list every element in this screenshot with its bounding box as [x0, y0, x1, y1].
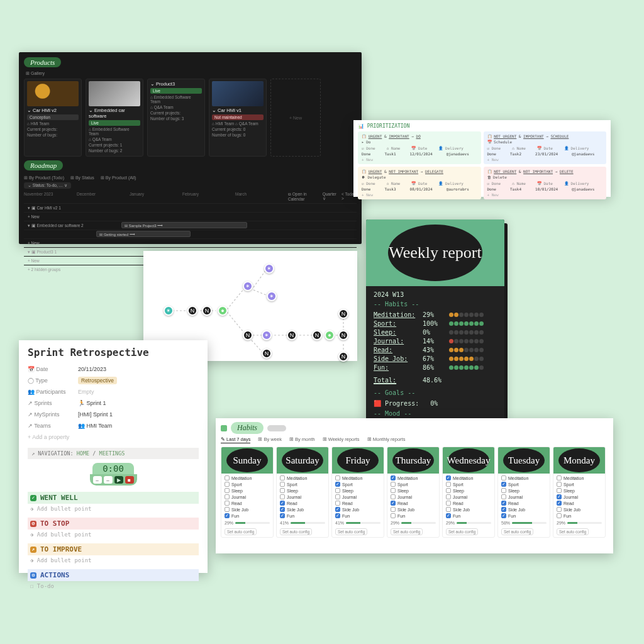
habit-checkbox-row[interactable]: ✓Read: [501, 501, 547, 506]
checkbox-icon[interactable]: [335, 488, 340, 493]
prop-participants-value[interactable]: Empty: [78, 389, 94, 395]
checkbox-icon[interactable]: [225, 507, 230, 512]
diagram-node[interactable]: N: [262, 348, 272, 358]
timeline-group[interactable]: ▾ ▣ Embedded car software 2: [24, 223, 93, 228]
checkbox-icon[interactable]: [557, 475, 562, 480]
checkbox-icon[interactable]: [280, 475, 285, 480]
set-auto-config-button[interactable]: Set auto config: [391, 528, 423, 535]
habit-checkbox-row[interactable]: Journal: [501, 494, 547, 499]
diagram-node[interactable]: N: [312, 330, 322, 340]
habit-checkbox-row[interactable]: Side Job: [225, 507, 270, 512]
product-card[interactable]: ⌄ Embedded car software Live ⌂ Embedded …: [86, 79, 143, 157]
habit-checkbox-row[interactable]: Journal: [391, 494, 436, 499]
set-auto-config-button[interactable]: Set auto config: [557, 528, 589, 535]
habit-checkbox-row[interactable]: Journal: [280, 494, 325, 499]
add-bullet[interactable]: ⬗ Add bullet point: [28, 530, 199, 540]
habit-checkbox-row[interactable]: Meditation: [501, 475, 547, 480]
habit-checkbox-row[interactable]: Side Job: [557, 507, 602, 512]
product-card[interactable]: ⌄ Product3 Live ⌂ Embedded Software Team…: [147, 79, 205, 157]
checkbox-icon[interactable]: [501, 488, 506, 493]
timer-stop-button[interactable]: ■: [125, 476, 134, 484]
checkbox-icon[interactable]: ✓: [335, 507, 340, 512]
checkbox-icon[interactable]: [501, 494, 506, 499]
diagram-node[interactable]: N: [243, 330, 253, 340]
habit-checkbox-row[interactable]: Side Job: [446, 507, 491, 512]
roadmap-tab[interactable]: ⊞ By Product (Todo): [24, 175, 64, 180]
diagram-node[interactable]: N: [338, 330, 348, 340]
checkbox-icon[interactable]: [225, 494, 230, 499]
prio-new[interactable]: + New: [487, 157, 603, 162]
checkbox-icon[interactable]: [280, 488, 285, 493]
checkbox-icon[interactable]: ✓: [280, 513, 285, 518]
diagram-node[interactable]: N: [338, 309, 348, 319]
checkbox-icon[interactable]: ✓: [557, 494, 562, 499]
prop-mysprints-value[interactable]: [HMI] Sprint 1: [78, 411, 113, 418]
checkbox-icon[interactable]: [280, 494, 285, 499]
checkbox-icon[interactable]: [446, 488, 451, 493]
habit-checkbox-row[interactable]: ✓Journal: [557, 494, 602, 499]
habit-checkbox-row[interactable]: ✓Meditation: [391, 475, 436, 480]
set-auto-config-button[interactable]: Set auto config: [446, 528, 478, 535]
timeline-new-row[interactable]: + New: [24, 258, 93, 263]
checkbox-icon[interactable]: [501, 475, 506, 480]
day-card[interactable]: MondayMeditationSportSleep✓Journal✓ReadS…: [553, 447, 606, 538]
roadmap-tab[interactable]: ⊞ By Product (All): [101, 175, 136, 180]
checkbox-icon[interactable]: ✓: [391, 475, 396, 480]
checkbox-icon[interactable]: [557, 488, 562, 493]
checkbox-icon[interactable]: ✓: [501, 507, 506, 512]
habit-checkbox-row[interactable]: ✓Side Job: [501, 507, 547, 512]
habit-checkbox-row[interactable]: Fun: [391, 513, 436, 518]
habits-tab[interactable]: ⊞ By week: [258, 436, 281, 443]
habit-checkbox-row[interactable]: Sleep: [557, 488, 602, 493]
add-bullet[interactable]: ⬗ Add bullet point: [28, 504, 199, 514]
habit-checkbox-row[interactable]: ✓Read: [557, 501, 602, 506]
habit-checkbox-row[interactable]: ✓Read: [391, 501, 436, 506]
new-product-button[interactable]: + New: [270, 79, 321, 157]
habit-checkbox-row[interactable]: Sleep: [335, 488, 380, 493]
timeline-new-row[interactable]: + New: [24, 214, 93, 219]
habit-checkbox-row[interactable]: Sport: [446, 482, 491, 487]
add-property[interactable]: + Add a property: [28, 431, 199, 443]
checkbox-icon[interactable]: [391, 494, 396, 499]
checkbox-icon[interactable]: ✓: [446, 475, 451, 480]
checkbox-icon[interactable]: [225, 482, 230, 487]
checkbox-icon[interactable]: ✓: [446, 513, 451, 518]
checkbox-icon[interactable]: [280, 482, 285, 487]
diagram-node[interactable]: N: [338, 352, 348, 362]
set-auto-config-button[interactable]: Set auto config: [335, 528, 367, 535]
checkbox-icon[interactable]: [446, 494, 451, 499]
timeline-new-row[interactable]: + New: [24, 241, 93, 245]
habit-checkbox-row[interactable]: Sleep: [501, 488, 547, 493]
day-card[interactable]: Wednesday✓MeditationSportSleepJournalRea…: [442, 447, 495, 538]
hidden-groups[interactable]: + 2 hidden groups: [24, 267, 93, 272]
checkbox-icon[interactable]: [446, 501, 451, 506]
set-auto-config-button[interactable]: Set auto config: [501, 528, 533, 535]
todo-item[interactable]: ☐ To-do: [28, 581, 199, 591]
nav-home[interactable]: HOME: [77, 450, 89, 457]
habit-checkbox-row[interactable]: Sleep: [391, 488, 436, 493]
product-card[interactable]: ⌄ Car HMI v2 Conception ⌂ HMI Team Curre…: [24, 79, 82, 157]
prop-type-value[interactable]: Retrospective: [78, 377, 117, 384]
habits-tab[interactable]: ⊞ By month: [289, 436, 315, 443]
checkbox-icon[interactable]: ✓: [335, 513, 340, 518]
open-in-calendar[interactable]: ⧉ Open in Calendar: [288, 192, 319, 201]
checkbox-icon[interactable]: [557, 482, 562, 487]
habit-checkbox-row[interactable]: ✓Fun: [446, 513, 491, 518]
checkbox-icon[interactable]: [391, 488, 396, 493]
timer-prev-button[interactable]: –: [93, 476, 102, 484]
habit-checkbox-row[interactable]: Meditation: [280, 475, 325, 480]
diagram-node[interactable]: N: [287, 330, 297, 340]
checkbox-icon[interactable]: [225, 488, 230, 493]
day-card[interactable]: SaturdayMeditationSportSleepJournal✓Read…: [276, 447, 329, 538]
checkbox-icon[interactable]: [391, 513, 396, 518]
checkbox-icon[interactable]: [225, 475, 230, 480]
habit-checkbox-row[interactable]: Read: [446, 501, 491, 506]
habit-checkbox-row[interactable]: ✓Read: [280, 501, 325, 506]
diagram-node[interactable]: ●: [325, 330, 335, 340]
diagram-node[interactable]: ✶: [262, 330, 272, 340]
timer-next-button[interactable]: –: [104, 476, 113, 484]
checkbox-icon[interactable]: ✓: [501, 513, 506, 518]
diagram-node[interactable]: N: [202, 306, 212, 316]
checkbox-icon[interactable]: ✓: [280, 501, 285, 506]
timeline-group[interactable]: ▾ ▣ Product3 1: [24, 250, 93, 255]
